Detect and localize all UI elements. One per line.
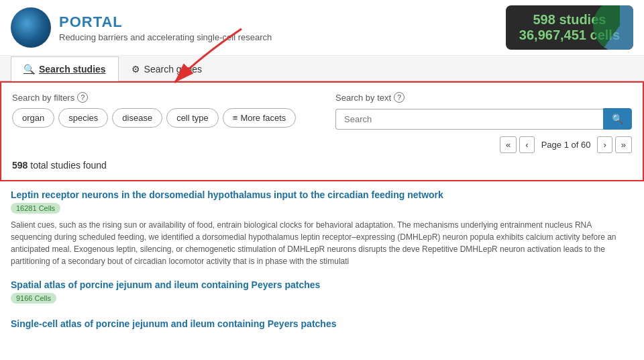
search-by-filters: Search by filters ? organ species diseas… — [12, 92, 309, 128]
tabs-container: 🔍 Search studies ⚙ Search genes — [0, 56, 644, 81]
cells-badge: 9166 Cells — [11, 293, 56, 304]
tab-genes-label: Search genes — [144, 64, 202, 75]
text-help-icon[interactable]: ? — [394, 92, 405, 103]
pagination-next-button[interactable]: › — [597, 136, 612, 153]
filter-btn-cell-type[interactable]: cell type — [166, 108, 219, 128]
search-genes-icon: ⚙ — [131, 64, 140, 75]
filter-btn-more-facets[interactable]: ≡ More facets — [223, 108, 297, 128]
header-stats: 598 studies 36,967,451 cells — [506, 5, 633, 50]
text-search-label: Search by text ? — [335, 92, 632, 103]
cells-count: 36,967,451 — [519, 28, 586, 42]
results-area: Leptin receptor neurons in the dorsomedi… — [0, 181, 644, 349]
search-input[interactable] — [335, 109, 603, 130]
logo — [11, 7, 51, 48]
cells-badge: 16281 Cells — [11, 203, 60, 214]
filters-label-text: Search by filters — [12, 93, 74, 103]
search-submit-button[interactable]: 🔍 — [603, 108, 632, 130]
results-count: 598 total studies found — [12, 160, 632, 171]
pagination-row: « ‹ Page 1 of 60 › » — [335, 136, 632, 153]
filters-help-icon[interactable]: ? — [77, 92, 88, 103]
pagination-prev-button[interactable]: ‹ — [519, 136, 534, 153]
filter-btn-organ[interactable]: organ — [12, 108, 54, 128]
portal-subtitle: Reducing barriers and accelerating singl… — [59, 32, 272, 42]
text-label-text: Search by text — [335, 93, 391, 103]
study-item: Leptin receptor neurons in the dorsomedi… — [11, 189, 633, 267]
pagination-first-button[interactable]: « — [500, 136, 517, 153]
search-area: Search by filters ? organ species diseas… — [0, 81, 644, 181]
studies-count: 598 — [533, 12, 555, 27]
search-input-row: 🔍 — [335, 108, 632, 130]
study-description: Salient cues, such as the rising sun or … — [11, 219, 633, 267]
search-submit-icon: 🔍 — [612, 114, 623, 124]
study-title-link[interactable]: Leptin receptor neurons in the dorsomedi… — [11, 189, 443, 200]
search-row: Search by filters ? organ species diseas… — [12, 92, 632, 153]
study-item: Single-cell atlas of porcine jejunum and… — [11, 318, 633, 329]
search-by-text: Search by text ? 🔍 « ‹ Page 1 of 60 › » — [335, 92, 632, 153]
pagination-label: Page 1 of 60 — [537, 140, 595, 150]
study-item: Spatial atlas of porcine jejunum and ile… — [11, 279, 633, 306]
filter-btn-disease[interactable]: disease — [112, 108, 162, 128]
results-total: 598 — [12, 160, 28, 171]
study-title-link[interactable]: Spatial atlas of porcine jejunum and ile… — [11, 279, 320, 290]
tab-studies-label: Search studies — [39, 64, 106, 75]
results-label: total studies found — [30, 160, 107, 171]
tab-search-studies[interactable]: 🔍 Search studies — [11, 56, 119, 81]
filters-label: Search by filters ? — [12, 92, 309, 103]
search-studies-icon: 🔍 — [23, 64, 35, 75]
portal-title: PORTAL — [59, 13, 272, 31]
more-facets-label: More facets — [240, 113, 286, 123]
header-title-block: PORTAL Reducing barriers and acceleratin… — [59, 13, 272, 42]
study-title-link[interactable]: Single-cell atlas of porcine jejunum and… — [11, 318, 336, 329]
tabs-bar: 🔍 Search studies ⚙ Search genes — [0, 56, 644, 81]
pagination-last-button[interactable]: » — [615, 136, 632, 153]
more-facets-icon: ≡ — [233, 113, 238, 123]
page-header: PORTAL Reducing barriers and acceleratin… — [0, 0, 644, 56]
tab-search-genes[interactable]: ⚙ Search genes — [119, 56, 215, 81]
filter-buttons: organ species disease cell type ≡ More f… — [12, 108, 309, 128]
stats-circle-decoration — [593, 5, 633, 50]
header-left: PORTAL Reducing barriers and acceleratin… — [11, 7, 272, 48]
filter-btn-species[interactable]: species — [58, 108, 108, 128]
